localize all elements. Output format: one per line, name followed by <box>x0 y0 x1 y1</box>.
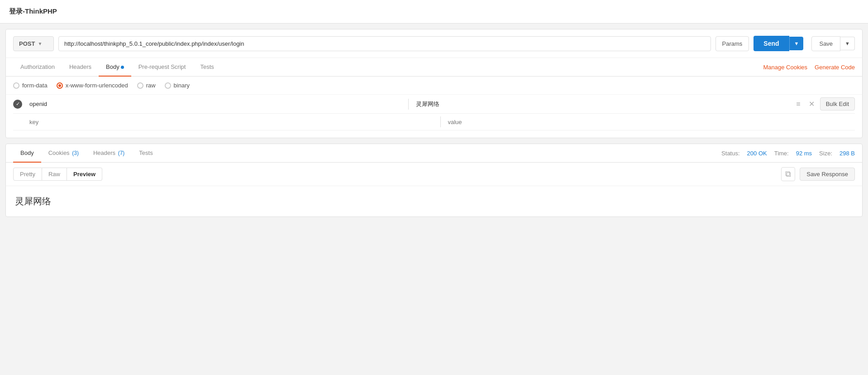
tab-pre-request-script[interactable]: Pre-request Script <box>131 58 193 77</box>
param-delete-icon[interactable]: ✕ <box>807 99 816 109</box>
label-binary: binary <box>174 82 190 89</box>
resp-tab-tests[interactable]: Tests <box>132 144 160 163</box>
request-tabs: Authorization Headers Body Pre-request S… <box>6 58 862 77</box>
param-value-input-0[interactable] <box>412 99 791 109</box>
response-content: 灵犀网络 <box>6 186 862 216</box>
table-row: ✓ ≡ ✕ Bulk Edit <box>13 95 855 114</box>
size-value: 298 B <box>839 150 855 157</box>
save-response-group: ⧉ Save Response <box>781 167 855 181</box>
radio-raw[interactable]: raw <box>137 82 156 89</box>
param-value-input-empty[interactable] <box>444 117 855 127</box>
radio-circle-raw <box>137 82 143 89</box>
param-divider-0 <box>408 99 409 110</box>
format-tab-raw[interactable]: Raw <box>42 168 67 181</box>
request-panel: POST ▼ Params Send ▼ Save ▼ Authorizatio… <box>5 29 863 138</box>
response-tabs-left: Body Cookies (3) Headers (7) Tests <box>13 144 160 162</box>
url-bar: POST ▼ Params Send ▼ Save ▼ <box>6 29 862 58</box>
tab-authorization[interactable]: Authorization <box>13 58 62 77</box>
send-group: Send ▼ <box>754 36 803 51</box>
format-tab-preview[interactable]: Preview <box>67 168 102 181</box>
copy-response-button[interactable]: ⧉ <box>781 167 795 181</box>
manage-cookies-link[interactable]: Manage Cookies <box>763 64 808 71</box>
label-raw: raw <box>146 82 156 89</box>
status-value: 200 OK <box>747 150 767 157</box>
tab-headers[interactable]: Headers <box>62 58 99 77</box>
tab-body[interactable]: Body <box>99 58 131 77</box>
send-button[interactable]: Send <box>754 36 789 51</box>
response-tabs-row: Body Cookies (3) Headers (7) Tests Statu… <box>6 144 862 163</box>
radio-circle-binary <box>165 82 171 89</box>
param-checkbox-0[interactable]: ✓ <box>13 100 22 109</box>
response-meta: Status: 200 OK Time: 92 ms Size: 298 B <box>721 150 855 157</box>
radio-circle-x-www-form-urlencoded <box>57 82 63 89</box>
format-tabs: Pretty Raw Preview <box>13 168 102 181</box>
body-dot <box>121 66 124 69</box>
bulk-edit-button[interactable]: Bulk Edit <box>820 97 855 111</box>
save-group: Save ▼ <box>811 36 855 51</box>
param-actions-0: ≡ ✕ <box>794 99 816 109</box>
table-row-empty <box>13 114 855 130</box>
status-label: Status: <box>721 150 739 157</box>
request-tabs-right: Manage Cookies Generate Code <box>763 64 855 71</box>
body-type-row: form-data x-www-form-urlencoded raw bina… <box>6 77 862 95</box>
method-chevron-icon: ▼ <box>38 41 42 46</box>
radio-binary[interactable]: binary <box>165 82 190 89</box>
time-value: 92 ms <box>796 150 812 157</box>
tab-tests[interactable]: Tests <box>193 58 221 77</box>
url-input[interactable] <box>58 36 711 51</box>
resp-tab-headers[interactable]: Headers (7) <box>86 144 132 163</box>
request-tabs-left: Authorization Headers Body Pre-request S… <box>13 58 221 76</box>
label-form-data: form-data <box>22 82 48 89</box>
param-key-input-empty[interactable] <box>26 117 437 127</box>
method-selector[interactable]: POST ▼ <box>13 36 54 51</box>
cookies-badge: (3) <box>72 150 79 156</box>
resp-tab-body[interactable]: Body <box>13 144 41 163</box>
param-menu-icon[interactable]: ≡ <box>794 99 802 109</box>
param-key-input-0[interactable] <box>26 99 405 109</box>
size-label: Size: <box>819 150 832 157</box>
params-button[interactable]: Params <box>715 36 749 51</box>
generate-code-link[interactable]: Generate Code <box>815 64 855 71</box>
radio-form-data[interactable]: form-data <box>13 82 48 89</box>
page-title: 登录-ThinkPHP <box>0 0 868 24</box>
response-format-row: Pretty Raw Preview ⧉ Save Response <box>6 163 862 186</box>
save-dropdown-button[interactable]: ▼ <box>840 37 855 50</box>
method-label: POST <box>19 40 35 47</box>
time-label: Time: <box>774 150 789 157</box>
radio-circle-form-data <box>13 82 19 89</box>
format-tab-pretty[interactable]: Pretty <box>13 168 42 181</box>
param-divider-empty <box>440 116 441 127</box>
save-response-button[interactable]: Save Response <box>800 168 855 181</box>
radio-x-www-form-urlencoded[interactable]: x-www-form-urlencoded <box>57 82 128 89</box>
response-panel: Body Cookies (3) Headers (7) Tests Statu… <box>5 144 863 217</box>
label-x-www-form-urlencoded: x-www-form-urlencoded <box>66 82 128 89</box>
save-button[interactable]: Save <box>811 36 840 51</box>
params-table: ✓ ≡ ✕ Bulk Edit <box>6 95 862 138</box>
send-dropdown-button[interactable]: ▼ <box>789 37 804 50</box>
headers-badge: (7) <box>118 150 125 156</box>
resp-tab-cookies[interactable]: Cookies (3) <box>41 144 86 163</box>
